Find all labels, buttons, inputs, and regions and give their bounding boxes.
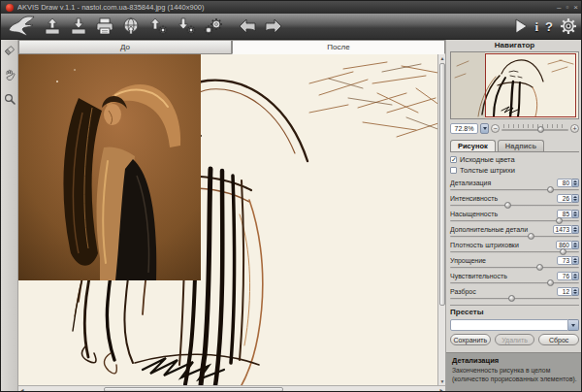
maximize-button[interactable]: ▫	[566, 4, 568, 12]
horizontal-scrollbar[interactable]: ◄ ►	[18, 385, 445, 392]
preset-select[interactable]	[450, 319, 568, 331]
parameter-label: Дополнительные детали	[450, 226, 528, 233]
parameter-spinbox[interactable]: 76	[557, 272, 579, 280]
parameter-spinbox[interactable]: 12	[557, 287, 579, 296]
parameter-label: Плотность штриховки	[450, 242, 519, 248]
preferences-gear-icon[interactable]	[560, 16, 577, 37]
parameter-row: Разброс 12	[450, 286, 579, 302]
horizontal-scroll-thumb[interactable]	[104, 387, 283, 392]
zoom-loupe-tool[interactable]	[4, 91, 16, 109]
slider-track	[450, 205, 579, 207]
open-icon[interactable]	[43, 16, 62, 37]
spinner-arrows-icon[interactable]	[572, 225, 579, 234]
zoom-slider[interactable]	[501, 124, 568, 133]
eraser-tool[interactable]	[4, 43, 16, 60]
zoom-slider-handle[interactable]	[537, 126, 544, 133]
spinner-arrows-icon[interactable]	[572, 256, 579, 265]
parameter-spinbox[interactable]: 26	[557, 194, 579, 203]
spinner-arrows-icon[interactable]	[572, 287, 579, 296]
spinner-arrows-icon[interactable]	[572, 179, 579, 187]
tab-drawing[interactable]: Рисунок	[450, 140, 496, 151]
vertical-scrollbar[interactable]: ▲ ▼	[437, 54, 445, 385]
navigator-view-frame[interactable]	[485, 53, 576, 117]
original-photo-inset	[18, 54, 201, 280]
zoom-out-button[interactable]: −	[491, 124, 500, 133]
close-button[interactable]: ×	[573, 4, 578, 12]
checkbox-row[interactable]: ✓ Исходные цвета	[450, 154, 579, 165]
scroll-right-arrow[interactable]: ►	[437, 386, 445, 392]
parameter-value[interactable]: 860	[556, 241, 572, 249]
parameter-value[interactable]: 1473	[553, 225, 572, 234]
slider-handle[interactable]	[547, 279, 554, 286]
publish-icon[interactable]	[121, 16, 141, 37]
parameter-value[interactable]: 73	[557, 256, 572, 265]
export-preset-icon[interactable]	[176, 16, 197, 37]
akvis-bird-logo-icon	[7, 16, 36, 37]
chevron-down-icon	[571, 324, 575, 327]
slider-handle[interactable]	[556, 217, 563, 224]
hint-box: Детализация Законченность рисунка в цело…	[446, 352, 582, 392]
minimize-button[interactable]: –	[557, 4, 561, 12]
title-bar[interactable]: AKVIS Draw v.1.1 - nastol.com.ua-835844.…	[1, 1, 582, 14]
scroll-left-arrow[interactable]: ◄	[18, 386, 26, 392]
slider-ticks	[503, 124, 566, 128]
batch-processing-icon[interactable]	[204, 16, 225, 37]
window-title: AKVIS Draw v.1.1 - nastol.com.ua-835844.…	[17, 3, 553, 12]
save-preset-button[interactable]: Сохранить	[450, 334, 491, 345]
slider-handle[interactable]	[528, 233, 534, 240]
parameter-label: Упрощение	[450, 257, 486, 264]
slider-handle[interactable]	[536, 264, 543, 271]
reset-button[interactable]: Сброс	[538, 334, 579, 345]
checkbox[interactable]: ✓	[450, 156, 457, 163]
zoom-controls: 72.8% − +	[450, 121, 579, 136]
parameter-value[interactable]: 76	[557, 272, 572, 280]
zoom-value-field[interactable]: 72.8%	[450, 123, 478, 134]
parameter-label: Интенсивность	[450, 195, 498, 202]
navigator-thumbnail[interactable]	[450, 51, 579, 119]
parameter-row: Упрощение 73	[450, 255, 579, 271]
checkbox-row[interactable]: Толстые штрихи	[450, 165, 579, 176]
tab-before[interactable]: До	[18, 40, 232, 54]
slider-handle[interactable]	[547, 186, 554, 193]
main-toolbar: i ?	[1, 14, 582, 40]
spinner-arrows-icon[interactable]	[572, 210, 579, 218]
undo-arrow-icon[interactable]	[238, 16, 257, 37]
redo-arrow-icon[interactable]	[264, 16, 283, 37]
run-icon[interactable]	[514, 16, 528, 37]
zoom-dropdown-button[interactable]	[480, 123, 489, 134]
presets-title: Пресеты	[450, 308, 579, 317]
save-icon[interactable]	[69, 16, 88, 37]
slider-track	[501, 129, 568, 131]
spinner-arrows-icon[interactable]	[572, 241, 579, 249]
checkbox-label: Толстые штрихи	[460, 166, 515, 175]
preset-dropdown-button[interactable]	[568, 319, 579, 331]
help-icon[interactable]: ?	[545, 16, 553, 37]
parameter-label: Детализация	[450, 180, 491, 186]
parameter-spinbox[interactable]: 1473	[553, 225, 579, 234]
spinner-arrows-icon[interactable]	[572, 272, 579, 280]
slider-handle[interactable]	[560, 248, 566, 255]
parameter-spinbox[interactable]: 80	[557, 179, 579, 187]
info-icon[interactable]: i	[534, 16, 538, 37]
spinner-arrows-icon[interactable]	[572, 194, 579, 203]
hand-tool[interactable]	[4, 67, 16, 84]
slider-handle[interactable]	[504, 202, 511, 209]
tab-text[interactable]: Надпись	[498, 140, 544, 151]
parameter-row: Чувствительность 76	[450, 271, 579, 286]
parameter-value[interactable]: 80	[557, 179, 572, 187]
parameter-spinbox[interactable]: 73	[557, 256, 579, 265]
parameter-row: Дополнительные детали 1473	[450, 224, 579, 240]
parameter-value[interactable]: 26	[557, 194, 572, 203]
checkbox-label: Исходные цвета	[460, 155, 515, 164]
checkbox[interactable]	[450, 167, 457, 174]
parameter-slider[interactable]	[450, 296, 579, 302]
parameter-spinbox[interactable]: 860	[556, 241, 579, 249]
image-canvas[interactable]	[18, 54, 445, 385]
slider-track	[450, 236, 579, 238]
tab-after[interactable]: После	[232, 40, 445, 54]
zoom-in-button[interactable]: +	[570, 124, 579, 133]
slider-handle[interactable]	[508, 295, 515, 302]
import-preset-icon[interactable]	[147, 16, 169, 37]
print-icon[interactable]	[95, 16, 114, 37]
parameter-value[interactable]: 12	[557, 287, 572, 296]
